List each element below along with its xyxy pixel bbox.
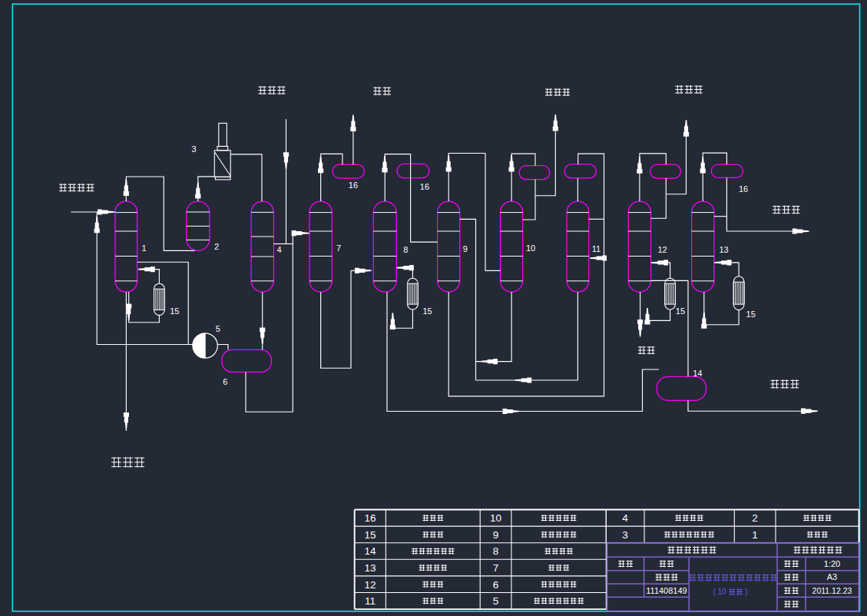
svg-text:3: 3 [192, 144, 197, 154]
svg-text:14: 14 [693, 369, 702, 378]
svg-text:1: 1 [752, 529, 758, 541]
svg-text:2011.12.23: 2011.12.23 [812, 586, 852, 595]
svg-text:( 10: ( 10 [713, 588, 726, 596]
svg-text:8: 8 [493, 545, 499, 557]
svg-text:9: 9 [493, 529, 499, 541]
svg-text:11: 11 [365, 595, 376, 607]
svg-text:12: 12 [364, 579, 376, 591]
svg-text:3: 3 [622, 529, 628, 541]
svg-text:9: 9 [463, 244, 468, 253]
svg-text:13: 13 [719, 245, 728, 254]
svg-text:5: 5 [216, 324, 220, 333]
svg-text:15: 15 [746, 310, 756, 319]
svg-text:16: 16 [349, 180, 358, 190]
svg-text:4: 4 [276, 245, 281, 254]
svg-text:): ) [745, 588, 747, 596]
svg-text:8: 8 [403, 245, 408, 254]
svg-text:4: 4 [622, 512, 628, 524]
svg-text:16: 16 [420, 182, 429, 191]
svg-text:12: 12 [657, 245, 667, 254]
svg-text:111408149: 111408149 [646, 586, 687, 595]
svg-text:14: 14 [364, 545, 376, 557]
svg-text:6: 6 [223, 377, 227, 386]
svg-text:13: 13 [364, 562, 376, 574]
svg-text:16: 16 [739, 184, 748, 194]
svg-text:11: 11 [592, 244, 601, 253]
svg-text:1:20: 1:20 [824, 559, 840, 568]
svg-text:5: 5 [493, 595, 499, 607]
svg-text:10: 10 [526, 243, 535, 253]
svg-text:15: 15 [364, 529, 376, 541]
svg-text:10: 10 [490, 512, 501, 524]
svg-text:2: 2 [214, 242, 219, 251]
svg-text:1: 1 [141, 243, 146, 253]
svg-text:16: 16 [364, 512, 376, 524]
svg-text:15: 15 [422, 306, 432, 316]
svg-text:15: 15 [170, 306, 179, 316]
svg-text:15: 15 [676, 306, 685, 316]
svg-text:2: 2 [752, 512, 758, 524]
svg-text:6: 6 [493, 579, 499, 591]
svg-text:7: 7 [493, 562, 499, 574]
svg-text:A3: A3 [827, 572, 837, 581]
svg-text:7: 7 [336, 243, 341, 253]
